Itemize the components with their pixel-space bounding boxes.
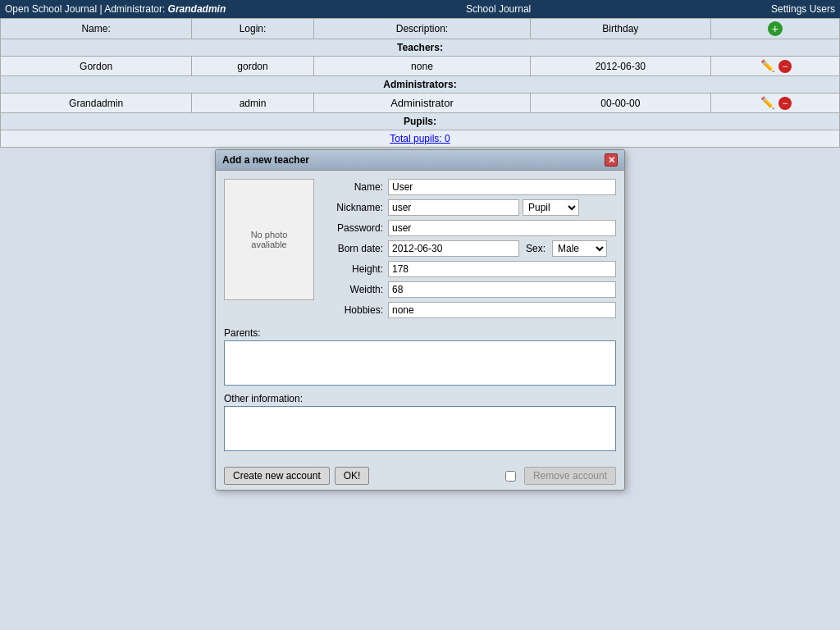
nickname-input[interactable] [388, 199, 519, 216]
role-select[interactable]: Pupil Teacher Admin [523, 199, 579, 216]
admin-name: Grandadmin [168, 3, 226, 15]
other-textarea[interactable] [224, 406, 616, 451]
height-input[interactable] [388, 261, 616, 277]
other-label: Other information: [224, 393, 616, 404]
title-bar: Open School Journal | Administrator: Gra… [0, 0, 840, 18]
remove-account-checkbox[interactable] [505, 471, 516, 482]
dialog-body: No photo avaliable Name: Nickname: Pupil… [216, 171, 624, 462]
title-text: Open School Journal | Administrator: [5, 3, 168, 15]
dialog: Add a new teacher ✕ No photo avaliable N… [215, 149, 625, 491]
weight-input[interactable] [388, 281, 616, 298]
parents-label: Parents: [224, 327, 616, 339]
born-row: Born date: Sex: Male Female [322, 240, 616, 257]
weight-row: Weidth: [322, 281, 616, 298]
name-row: Name: [322, 179, 616, 195]
app-name: School Journal [466, 3, 531, 15]
password-row: Password: [322, 220, 616, 236]
born-input[interactable] [388, 240, 519, 257]
dialog-title: Add a new teacher [222, 154, 309, 166]
height-label: Height: [322, 263, 388, 275]
born-label: Born date: [322, 243, 388, 254]
password-input[interactable] [388, 220, 616, 236]
other-section: Other information: [224, 393, 616, 454]
settings-users-link[interactable]: Settings Users [771, 3, 835, 15]
create-account-button[interactable]: Create new account [224, 467, 330, 485]
remove-account-button[interactable]: Remove account [524, 467, 616, 485]
nickname-row: Nickname: Pupil Teacher Admin [322, 199, 616, 216]
sex-select[interactable]: Male Female [552, 240, 607, 257]
hobbies-input[interactable] [388, 302, 616, 318]
ok-button[interactable]: OK! [335, 467, 370, 485]
sex-label: Sex: [523, 243, 549, 254]
hobbies-row: Hobbies: [322, 302, 616, 318]
nickname-label: Nickname: [322, 202, 388, 213]
app-title: Open School Journal | Administrator: Gra… [5, 3, 226, 15]
photo-box: No photo avaliable [224, 179, 314, 300]
dialog-close-button[interactable]: ✕ [605, 153, 618, 167]
dialog-header: Add a new teacher ✕ [216, 150, 624, 171]
height-row: Height: [322, 261, 616, 277]
parents-section: Parents: [224, 327, 616, 388]
parents-textarea[interactable] [224, 340, 616, 386]
weight-label: Weidth: [322, 284, 388, 295]
form-fields: Name: Nickname: Pupil Teacher Admin Pa [322, 179, 616, 322]
modal-overlay: Add a new teacher ✕ No photo avaliable N… [0, 18, 840, 630]
hobbies-label: Hobbies: [322, 304, 388, 316]
born-sex-group: Sex: Male Female [388, 240, 607, 257]
dialog-footer: Create new account OK! Remove account [216, 462, 624, 490]
no-photo-text: No photo avaliable [251, 230, 288, 249]
name-label: Name: [322, 181, 388, 193]
name-input[interactable] [388, 179, 616, 195]
password-label: Password: [322, 222, 388, 234]
dialog-form-area: No photo avaliable Name: Nickname: Pupil… [224, 179, 616, 322]
